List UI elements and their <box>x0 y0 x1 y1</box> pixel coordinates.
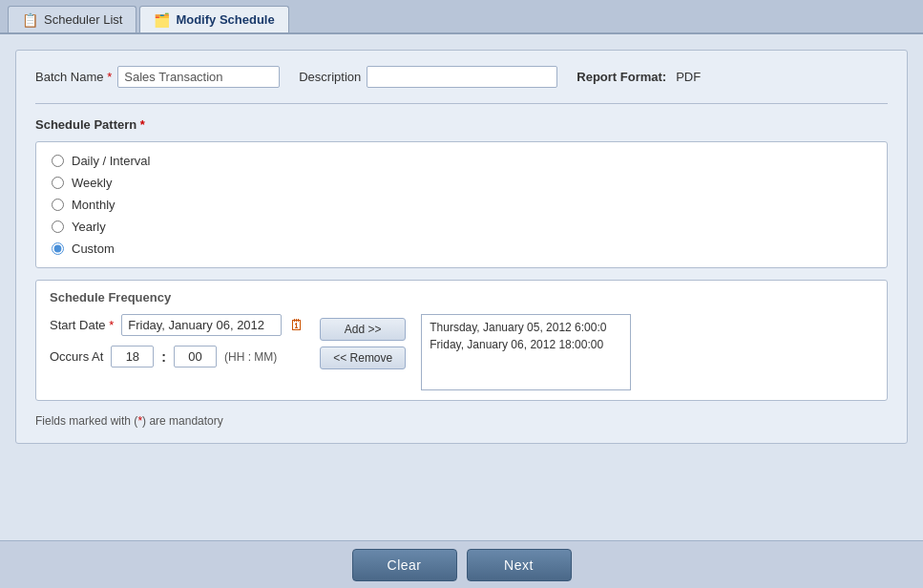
scheduler-list-label: Scheduler List <box>44 12 122 27</box>
next-button[interactable]: Next <box>467 549 572 581</box>
schedule-frequency-section: Schedule Frequency Start Date * 🗓 Occurs… <box>35 280 888 401</box>
report-format-label: Report Format: <box>577 70 666 84</box>
radio-yearly[interactable]: Yearly <box>52 220 871 234</box>
start-date-label: Start Date * <box>50 318 114 332</box>
batch-name-label: Batch Name * <box>35 70 112 84</box>
radio-monthly-label: Monthly <box>72 198 115 212</box>
modify-schedule-label: Modify Schedule <box>176 12 274 27</box>
radio-daily-label: Daily / Interval <box>72 154 150 168</box>
description-group: Description <box>299 66 557 88</box>
time-separator: : <box>161 349 166 365</box>
radio-weekly[interactable]: Weekly <box>52 176 871 190</box>
batch-name-input[interactable]: Sales Transaction <box>117 66 280 88</box>
freq-title: Schedule Frequency <box>50 290 873 304</box>
calendar-icon[interactable]: 🗓 <box>289 317 304 334</box>
occurs-at-hour-input[interactable] <box>111 346 154 368</box>
add-button[interactable]: Add >> <box>320 318 406 341</box>
occurs-at-row: Occurs At : (HH : MM) <box>50 346 304 368</box>
occurs-at-label: Occurs At <box>50 349 103 364</box>
schedule-list: Thursday, January 05, 2012 6:00:0 Friday… <box>421 314 631 390</box>
form-section: Batch Name * Sales Transaction Descripti… <box>15 50 908 444</box>
radio-custom-label: Custom <box>72 242 115 256</box>
clear-button[interactable]: Clear <box>352 549 457 581</box>
freq-content: Start Date * 🗓 Occurs At : (HH : MM) <box>50 314 873 390</box>
modify-schedule-icon: 🗂️ <box>154 12 170 28</box>
description-label: Description <box>299 70 361 84</box>
radio-weekly-label: Weekly <box>72 176 112 190</box>
start-date-input[interactable] <box>121 314 282 336</box>
schedule-pattern-radio-group: Daily / Interval Weekly Monthly Yearly C… <box>52 154 871 256</box>
radio-daily[interactable]: Daily / Interval <box>52 154 871 168</box>
radio-weekly-input[interactable] <box>52 177 64 189</box>
tab-bar: 📋 Scheduler List 🗂️ Modify Schedule <box>0 0 923 34</box>
freq-left: Start Date * 🗓 Occurs At : (HH : MM) <box>50 314 304 368</box>
radio-custom-input[interactable] <box>52 242 64 255</box>
schedule-pattern-box: Daily / Interval Weekly Monthly Yearly C… <box>35 141 888 268</box>
tab-scheduler-list[interactable]: 📋 Scheduler List <box>8 6 136 32</box>
description-input[interactable] <box>367 66 557 88</box>
top-row: Batch Name * Sales Transaction Descripti… <box>35 66 888 88</box>
divider <box>35 103 888 104</box>
radio-custom[interactable]: Custom <box>52 242 871 256</box>
schedule-list-item-1: Friday, January 06, 2012 18:00:00 <box>426 336 626 353</box>
radio-daily-input[interactable] <box>52 155 64 167</box>
occurs-at-min-input[interactable] <box>174 346 217 368</box>
radio-yearly-label: Yearly <box>72 220 106 234</box>
schedule-list-item-0: Thursday, January 05, 2012 6:00:0 <box>426 319 626 336</box>
main-content: Batch Name * Sales Transaction Descripti… <box>0 34 923 540</box>
radio-monthly[interactable]: Monthly <box>52 198 871 212</box>
mandatory-note: Fields marked with (*) are mandatory <box>35 414 888 428</box>
start-date-row: Start Date * 🗓 <box>50 314 304 336</box>
schedule-pattern-label: Schedule Pattern * <box>35 117 888 132</box>
radio-yearly-input[interactable] <box>52 220 64 233</box>
scheduler-list-icon: 📋 <box>22 12 38 28</box>
time-hint: (HH : MM) <box>224 350 277 364</box>
tab-modify-schedule[interactable]: 🗂️ Modify Schedule <box>139 6 288 32</box>
bottom-bar: Clear Next <box>0 540 923 588</box>
add-remove-group: Add >> << Remove <box>320 314 406 369</box>
radio-monthly-input[interactable] <box>52 199 64 211</box>
report-format-value: PDF <box>676 70 701 84</box>
batch-name-group: Batch Name * Sales Transaction <box>35 66 280 88</box>
remove-button[interactable]: << Remove <box>320 346 406 369</box>
report-format-group: Report Format: PDF <box>577 70 701 84</box>
